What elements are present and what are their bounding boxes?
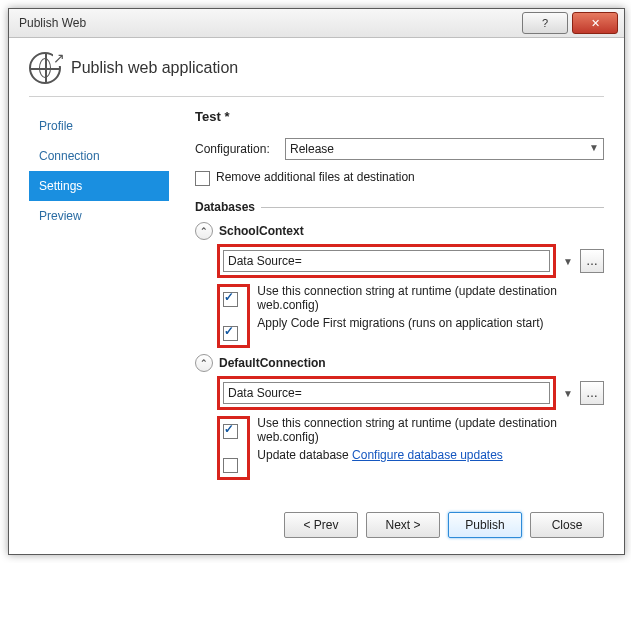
- sidebar-item-settings[interactable]: Settings: [29, 171, 169, 201]
- schoolcontext-codefirst-label: Apply Code First migrations (runs on app…: [257, 316, 587, 330]
- defaultconnection-updatedb-checkbox[interactable]: [223, 458, 238, 473]
- schoolcontext-connstr-input[interactable]: Data Source=: [223, 250, 550, 272]
- schoolcontext-use-connstr-checkbox[interactable]: [223, 292, 238, 307]
- titlebar: Publish Web ? ✕: [9, 9, 624, 38]
- prev-button[interactable]: < Prev: [284, 512, 358, 538]
- publish-button[interactable]: Publish: [448, 512, 522, 538]
- configuration-dropdown[interactable]: Release ▼: [285, 138, 604, 160]
- sidebar-item-connection[interactable]: Connection: [29, 141, 169, 171]
- databases-header: Databases: [195, 200, 255, 214]
- help-button[interactable]: ?: [522, 12, 568, 34]
- wizard-sidebar: Profile Connection Settings Preview: [29, 107, 169, 482]
- schoolcontext-connstr-dropdown[interactable]: ▼: [560, 256, 576, 267]
- chevron-up-icon[interactable]: ⌃: [195, 222, 213, 240]
- profile-name-label: Test *: [195, 109, 604, 124]
- divider: [261, 207, 604, 208]
- defaultconnection-use-connstr-checkbox[interactable]: [223, 424, 238, 439]
- schoolcontext-codefirst-checkbox[interactable]: [223, 326, 238, 341]
- defaultconnection-updatedb-label: Update database: [257, 448, 348, 462]
- close-window-button[interactable]: ✕: [572, 12, 618, 34]
- sidebar-item-profile[interactable]: Profile: [29, 111, 169, 141]
- page-title: Publish web application: [71, 59, 238, 77]
- window-title: Publish Web: [19, 16, 522, 30]
- configure-database-updates-link[interactable]: Configure database updates: [352, 448, 503, 462]
- schoolcontext-use-connstr-label: Use this connection string at runtime (u…: [257, 284, 587, 316]
- publish-web-icon: ↗: [29, 52, 61, 84]
- close-button[interactable]: Close: [530, 512, 604, 538]
- db-defaultconnection-title: DefaultConnection: [219, 356, 326, 370]
- schoolcontext-connstr-browse-button[interactable]: …: [580, 249, 604, 273]
- next-button[interactable]: Next >: [366, 512, 440, 538]
- sidebar-item-preview[interactable]: Preview: [29, 201, 169, 231]
- configuration-value: Release: [290, 142, 334, 156]
- defaultconnection-connstr-input[interactable]: Data Source=: [223, 382, 550, 404]
- chevron-down-icon: ▼: [589, 142, 599, 153]
- remove-files-checkbox[interactable]: [195, 171, 210, 186]
- db-schoolcontext-title: SchoolContext: [219, 224, 304, 238]
- defaultconnection-use-connstr-label: Use this connection string at runtime (u…: [257, 416, 587, 448]
- defaultconnection-connstr-dropdown[interactable]: ▼: [560, 388, 576, 399]
- remove-files-label: Remove additional files at destination: [216, 170, 415, 184]
- chevron-up-icon[interactable]: ⌃: [195, 354, 213, 372]
- defaultconnection-connstr-browse-button[interactable]: …: [580, 381, 604, 405]
- configuration-label: Configuration:: [195, 142, 285, 156]
